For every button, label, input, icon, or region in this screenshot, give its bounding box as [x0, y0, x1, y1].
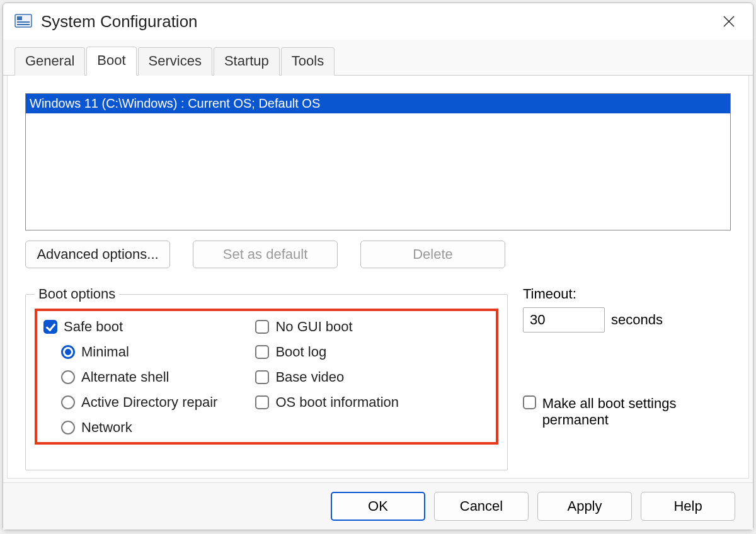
apply-button[interactable]: Apply [537, 492, 632, 521]
advanced-options-button[interactable]: Advanced options... [25, 241, 170, 268]
timeout-input[interactable] [523, 307, 605, 332]
radio-network-label: Network [81, 419, 132, 436]
svg-rect-3 [17, 24, 30, 25]
boot-log-label: Boot log [275, 344, 326, 360]
boot-options-left-col: Safe boot Minimal Alternate shell A [43, 319, 217, 436]
tab-services[interactable]: Services [138, 47, 212, 76]
right-column: Timeout: seconds Make all boot settings … [523, 286, 731, 470]
os-buttons-row: Advanced options... Set as default Delet… [25, 241, 731, 268]
check-icon [255, 320, 269, 334]
system-configuration-window: System Configuration General Boot Servic… [3, 3, 753, 530]
window-title: System Configuration [41, 12, 198, 31]
radio-adrepair-label: Active Directory repair [81, 394, 217, 411]
svg-rect-1 [17, 16, 22, 20]
os-boot-info-checkbox[interactable]: OS boot information [255, 394, 399, 411]
radio-icon [61, 370, 75, 384]
make-permanent-checkbox[interactable]: Make all boot settings permanent [523, 395, 731, 428]
radio-altshell-label: Alternate shell [81, 369, 169, 385]
boot-options-highlight: Safe boot Minimal Alternate shell A [35, 309, 498, 445]
tab-tools[interactable]: Tools [281, 47, 335, 76]
os-list[interactable]: Windows 11 (C:\Windows) : Current OS; De… [25, 93, 731, 230]
radio-network[interactable]: Network [61, 419, 217, 436]
radio-alternate-shell[interactable]: Alternate shell [61, 369, 217, 385]
os-entry-selected[interactable]: Windows 11 (C:\Windows) : Current OS; De… [26, 94, 730, 113]
radio-ad-repair[interactable]: Active Directory repair [61, 394, 217, 411]
dialog-footer: OK Cancel Apply Help [3, 482, 753, 530]
radio-icon [61, 421, 75, 435]
radio-minimal[interactable]: Minimal [61, 344, 217, 360]
os-boot-info-label: OS boot information [275, 394, 399, 411]
timeout-label: Timeout: [523, 286, 731, 302]
radio-icon [61, 345, 75, 359]
safe-boot-checkbox[interactable]: Safe boot [43, 319, 217, 335]
tab-strip: General Boot Services Startup Tools [3, 46, 753, 76]
check-icon [43, 320, 57, 334]
app-icon [13, 11, 33, 31]
tab-content: Windows 11 (C:\Windows) : Current OS; De… [7, 76, 749, 479]
tab-general[interactable]: General [14, 47, 85, 76]
svg-rect-2 [17, 21, 30, 23]
check-icon [255, 345, 269, 359]
mid-area: Boot options Safe boot Minimal [25, 286, 731, 470]
check-icon [523, 395, 536, 409]
no-gui-boot-checkbox[interactable]: No GUI boot [255, 319, 399, 335]
tab-boot[interactable]: Boot [86, 47, 136, 76]
tab-startup[interactable]: Startup [214, 47, 280, 76]
radio-minimal-label: Minimal [81, 344, 129, 360]
check-icon [255, 395, 269, 409]
base-video-checkbox[interactable]: Base video [255, 369, 399, 385]
help-button[interactable]: Help [641, 492, 735, 521]
boot-log-checkbox[interactable]: Boot log [255, 344, 399, 360]
ok-button[interactable]: OK [331, 492, 425, 521]
base-video-label: Base video [275, 369, 344, 385]
close-button[interactable] [715, 8, 743, 35]
timeout-row: seconds [523, 307, 731, 332]
boot-options-legend: Boot options [35, 286, 119, 302]
make-permanent-label: Make all boot settings permanent [542, 395, 731, 428]
timeout-unit: seconds [611, 312, 663, 328]
titlebar: System Configuration [3, 3, 753, 40]
no-gui-boot-label: No GUI boot [275, 319, 352, 335]
boot-options-group: Boot options Safe boot Minimal [25, 286, 508, 470]
set-as-default-button: Set as default [193, 241, 338, 268]
radio-icon [61, 395, 75, 409]
cancel-button[interactable]: Cancel [434, 492, 529, 521]
safe-boot-label: Safe boot [64, 319, 123, 335]
delete-button: Delete [360, 241, 505, 268]
boot-options-right-col: No GUI boot Boot log Base video OS [255, 319, 399, 436]
check-icon [255, 370, 269, 384]
